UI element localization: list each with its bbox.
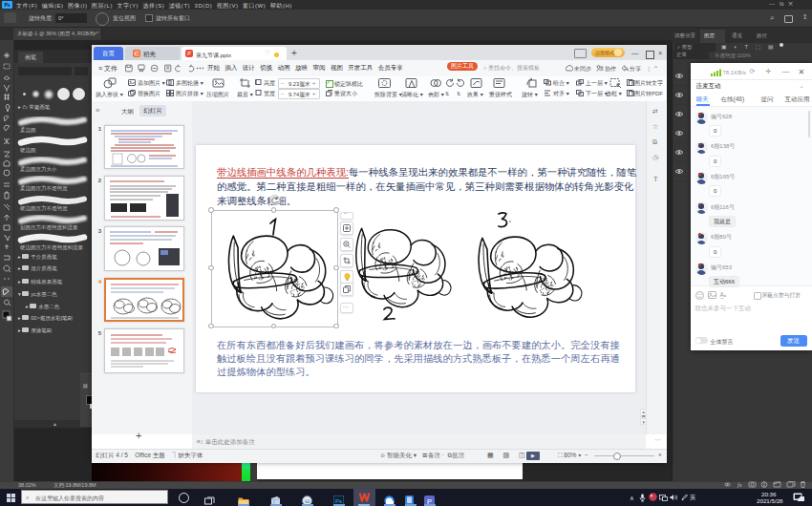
svg-text:fx: fx — [737, 481, 742, 488]
svg-text:ω: ω — [305, 497, 310, 504]
svg-text:Ps: Ps — [335, 498, 342, 504]
